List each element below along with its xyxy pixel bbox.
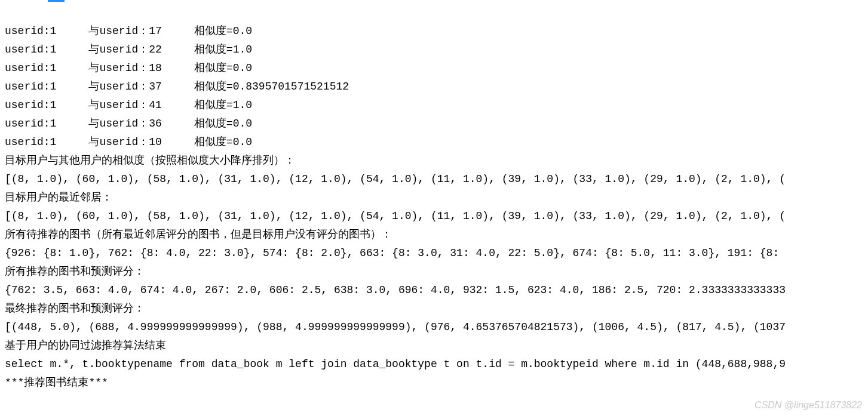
console-line: 目标用户的最近邻居： (5, 192, 112, 204)
console-line: userid:1 与userid：37 相似度=0.83957015715215… (5, 81, 349, 93)
console-line: [(448, 5.0), (688, 4.999999999999999), (… (5, 321, 786, 333)
watermark: CSDN @linge511873822 (754, 396, 862, 414)
console-line: userid:1 与userid：17 相似度=0.0 (5, 25, 252, 37)
console-line: 最终推荐的图书和预测评分： (5, 303, 145, 315)
console-line: userid:1 与userid：10 相似度=0.0 (5, 136, 252, 148)
console-line: select m.*, t.booktypename from data_boo… (5, 358, 786, 370)
console-line: 所有待推荐的图书（所有最近邻居评分的图书，但是目标用户没有评分的图书）： (5, 229, 392, 241)
console-line: ***推荐图书结束*** (5, 377, 108, 389)
console-line: 目标用户与其他用户的相似度（按照相似度大小降序排列）： (5, 155, 295, 167)
console-line: userid:1 与userid：22 相似度=1.0 (5, 44, 252, 56)
console-line: 所有推荐的图书和预测评分： (5, 266, 145, 278)
console-output: userid:1 与userid：17 相似度=0.0 userid:1 与us… (0, 0, 868, 392)
console-line: 基于用户的协同过滤推荐算法结束 (5, 340, 166, 352)
console-line: [(8, 1.0), (60, 1.0), (58, 1.0), (31, 1.… (5, 173, 786, 185)
console-line: {926: {8: 1.0}, 762: {8: 4.0, 22: 3.0}, … (5, 247, 779, 259)
console-line: userid:1 与userid：41 相似度=1.0 (5, 99, 252, 111)
active-tab-indicator (48, 0, 65, 2)
console-line: userid:1 与userid：36 相似度=0.0 (5, 118, 252, 130)
console-line: userid:1 与userid：18 相似度=0.0 (5, 62, 252, 74)
console-line: [(8, 1.0), (60, 1.0), (58, 1.0), (31, 1.… (5, 210, 786, 222)
console-line: {762: 3.5, 663: 4.0, 674: 4.0, 267: 2.0,… (5, 284, 786, 296)
